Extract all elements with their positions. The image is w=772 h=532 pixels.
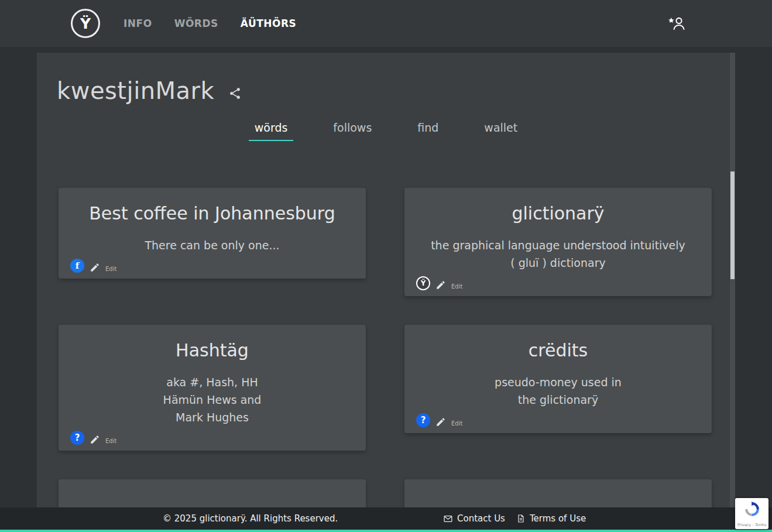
profile-header: kwestjinMark xyxy=(37,53,735,105)
edit-pencil-icon[interactable] xyxy=(435,417,446,427)
word-definition-line: the graphical language understood intuit… xyxy=(416,236,700,254)
word-definition-line: pseudo-money used in xyxy=(416,373,700,391)
contact-us-link[interactable]: Contact Us xyxy=(443,513,505,524)
word-card-credits[interactable]: crëdits pseudo-money used in the glictio… xyxy=(404,325,712,433)
tab-find[interactable]: find xyxy=(411,118,444,141)
word-title: glictionarÿ xyxy=(416,203,700,224)
star-person-icon[interactable] xyxy=(667,15,686,32)
question-icon[interactable]: ? xyxy=(70,431,84,445)
edit-label[interactable]: Edit xyxy=(105,266,116,273)
word-title: Best coffee in Johannesburg xyxy=(70,203,354,224)
edit-pencil-icon[interactable] xyxy=(90,262,100,273)
glictionary-logo-icon[interactable]: Ÿ xyxy=(416,276,430,290)
facebook-icon[interactable]: f xyxy=(70,259,84,273)
nav-links: INFO WÖRDS ÄÜTHÖRS xyxy=(123,18,296,29)
share-icon[interactable] xyxy=(228,87,242,100)
edit-label[interactable]: Edit xyxy=(105,438,116,445)
word-definition-line: There can be only one... xyxy=(70,236,354,254)
word-definition: aka #, Hash, HH Hämün Hews and Mark Hugh… xyxy=(70,373,354,426)
envelope-icon xyxy=(443,514,453,524)
word-definition-line: ( gluï ) dictionary xyxy=(416,254,700,272)
edit-pencil-icon[interactable] xyxy=(90,434,100,445)
scrollbar-track[interactable] xyxy=(730,53,735,532)
recaptcha-icon xyxy=(744,502,760,519)
word-cards-grid: Best coffee in Johannesburg There can be… xyxy=(37,188,735,532)
terms-of-use-link[interactable]: Terms of Use xyxy=(516,513,586,524)
word-definition-line: Hämün Hews and xyxy=(70,391,354,409)
footer: © 2025 glictionarÿ. All Rights Reserved.… xyxy=(0,507,772,532)
word-title: Hashtäg xyxy=(70,340,354,361)
word-definition-line: Mark Hughes xyxy=(70,409,354,426)
word-card-hashtag[interactable]: Hashtäg aka #, Hash, HH Hämün Hews and M… xyxy=(59,325,366,451)
word-definition: There can be only one... xyxy=(70,236,354,254)
card-edit-row: Ÿ Edit xyxy=(416,272,700,290)
logo-glyph: Ÿ xyxy=(80,15,91,32)
profile-panel: kwestjinMark wörds follows find wallet B… xyxy=(37,53,735,532)
card-edit-row: ? Edit xyxy=(70,426,354,445)
scrollbar-thumb[interactable] xyxy=(730,171,735,279)
word-definition: the graphical language understood intuit… xyxy=(416,236,700,272)
tab-wallet[interactable]: wallet xyxy=(478,118,523,141)
tab-words[interactable]: wörds xyxy=(249,118,294,141)
tab-follows[interactable]: follows xyxy=(327,118,378,141)
word-definition-line: the glictionarÿ xyxy=(416,391,700,409)
recaptcha-badge[interactable]: Privacy - Terms xyxy=(735,498,768,529)
page-title: kwestjinMark xyxy=(57,77,214,105)
profile-tabs: wörds follows find wallet xyxy=(37,118,735,141)
edit-label[interactable]: Edit xyxy=(451,420,462,427)
question-icon[interactable]: ? xyxy=(416,413,430,427)
word-title: crëdits xyxy=(416,340,700,361)
contact-us-label: Contact Us xyxy=(457,513,505,524)
terms-of-use-label: Terms of Use xyxy=(530,513,586,524)
word-definition: pseudo-money used in the glictionarÿ xyxy=(416,373,700,409)
word-card-best-coffee[interactable]: Best coffee in Johannesburg There can be… xyxy=(59,188,366,279)
edit-pencil-icon[interactable] xyxy=(435,280,446,290)
navbar: Ÿ INFO WÖRDS ÄÜTHÖRS xyxy=(0,0,772,47)
nav-item-info[interactable]: INFO xyxy=(123,18,152,29)
glictionary-logo-icon[interactable]: Ÿ xyxy=(71,9,100,38)
nav-item-words[interactable]: WÖRDS xyxy=(174,18,218,29)
edit-label[interactable]: Edit xyxy=(451,283,462,290)
copyright-text: © 2025 glictionarÿ. All Rights Reserved. xyxy=(163,513,338,524)
recaptcha-privacy-terms[interactable]: Privacy - Terms xyxy=(737,523,766,527)
document-icon xyxy=(516,514,526,523)
card-edit-row: ? Edit xyxy=(416,409,700,427)
word-definition-line: aka #, Hash, HH xyxy=(70,373,354,391)
card-edit-row: f Edit xyxy=(70,254,354,273)
nav-item-authors[interactable]: ÄÜTHÖRS xyxy=(241,18,297,29)
word-card-glictionary[interactable]: glictionarÿ the graphical language under… xyxy=(404,188,712,296)
